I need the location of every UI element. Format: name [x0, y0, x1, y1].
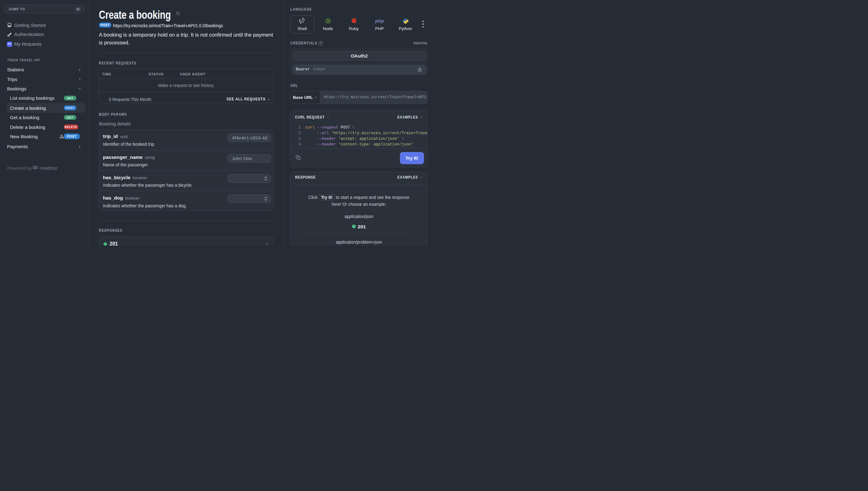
svg-text:JS: JS	[327, 20, 330, 22]
